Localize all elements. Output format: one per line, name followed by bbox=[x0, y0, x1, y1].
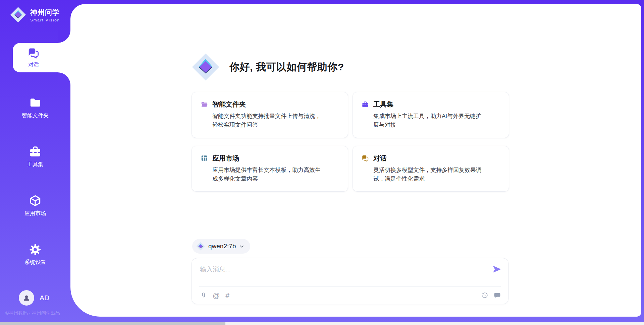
history-icon[interactable] bbox=[481, 292, 488, 299]
scrollbar-thumb[interactable] bbox=[0, 322, 225, 325]
sidebar-item-label: 智能文件夹 bbox=[22, 112, 49, 119]
sidebar-item-app-market[interactable]: 应用市场 bbox=[0, 194, 70, 217]
toolbox-icon bbox=[362, 101, 369, 108]
active-tab-joint-top bbox=[58, 30, 70, 43]
grid-icon bbox=[201, 154, 208, 162]
folder-open-icon bbox=[201, 101, 208, 108]
message-input[interactable] bbox=[200, 264, 482, 274]
model-diamond-icon bbox=[196, 242, 205, 251]
brand-name: 神州问学 bbox=[30, 8, 60, 17]
send-icon[interactable] bbox=[492, 265, 501, 274]
main-panel: 你好, 我可以如何帮助你? 智能文件夹 智能文件夹功能支持批量文件上传与清洗，轻… bbox=[70, 4, 641, 317]
message-composer: @ # bbox=[192, 258, 508, 304]
brand-diamond-icon bbox=[10, 7, 26, 23]
copyright-footer: ©神州数码 · 神州问学出品 bbox=[5, 310, 60, 316]
toolbox-icon bbox=[29, 145, 42, 158]
card-chat[interactable]: 对话 灵活切换多模型文件，支持多样回复效果调试，满足个性化需求 bbox=[353, 146, 509, 192]
model-selector[interactable]: qwen2:7b bbox=[192, 239, 250, 254]
person-icon bbox=[22, 294, 31, 302]
sidebar-item-label: 系统设置 bbox=[24, 259, 46, 266]
card-description: 应用市场提供丰富长文本模板，助力高效生成多样化文章内容 bbox=[212, 166, 323, 184]
chat-bubble-icon[interactable] bbox=[494, 292, 501, 299]
user-initials: AD bbox=[40, 294, 49, 302]
greeting-text: 你好, 我可以如何帮助你? bbox=[229, 60, 344, 74]
chat-icon bbox=[362, 154, 369, 162]
chat-icon bbox=[28, 47, 40, 59]
card-toolset[interactable]: 工具集 集成市场上主流工具，助力AI与外界无缝扩展与对接 bbox=[353, 92, 509, 138]
brand: 神州问学 Smart Vision bbox=[10, 7, 60, 23]
active-tab-joint-bottom bbox=[58, 72, 70, 85]
card-title: 对话 bbox=[373, 154, 387, 163]
sidebar-item-toolset[interactable]: 工具集 bbox=[0, 145, 70, 168]
sidebar-item-label: 工具集 bbox=[27, 161, 43, 168]
card-description: 灵活切换多模型文件，支持多样回复效果调试，满足个性化需求 bbox=[373, 166, 484, 184]
mention-icon[interactable]: @ bbox=[213, 292, 220, 299]
sidebar: 神州问学 Smart Vision 对话 智能文件夹 工具集 应用市场 系统设置 bbox=[0, 0, 70, 322]
greeting-block: 你好, 我可以如何帮助你? bbox=[192, 53, 344, 81]
brand-subtitle: Smart Vision bbox=[30, 18, 60, 22]
horizontal-scrollbar[interactable] bbox=[0, 322, 644, 325]
sidebar-item-settings[interactable]: 系统设置 bbox=[0, 243, 70, 266]
sidebar-item-smart-folder[interactable]: 智能文件夹 bbox=[0, 96, 70, 119]
sidebar-item-label: 对话 bbox=[28, 61, 39, 68]
card-description: 智能文件夹功能支持批量文件上传与清洗，轻松实现文件问答 bbox=[212, 112, 323, 130]
greeting-diamond-icon bbox=[192, 53, 220, 81]
card-title: 应用市场 bbox=[212, 154, 239, 163]
model-name: qwen2:7b bbox=[208, 243, 236, 250]
sidebar-item-label: 应用市场 bbox=[24, 210, 46, 217]
card-description: 集成市场上主流工具，助力AI与外界无缝扩展与对接 bbox=[373, 112, 484, 130]
user-account[interactable]: AD bbox=[19, 290, 49, 306]
hashtag-icon[interactable]: # bbox=[225, 292, 229, 299]
card-app-market[interactable]: 应用市场 应用市场提供丰富长文本模板，助力高效生成多样化文章内容 bbox=[192, 146, 348, 192]
avatar bbox=[19, 290, 34, 306]
attachment-icon[interactable] bbox=[200, 292, 207, 299]
card-smart-folder[interactable]: 智能文件夹 智能文件夹功能支持批量文件上传与清洗，轻松实现文件问答 bbox=[192, 92, 348, 138]
card-title: 工具集 bbox=[373, 100, 393, 109]
sidebar-item-chat[interactable]: 对话 bbox=[13, 43, 70, 72]
chevron-down-icon bbox=[239, 244, 244, 249]
feature-cards: 智能文件夹 智能文件夹功能支持批量文件上传与清洗，轻松实现文件问答 工具集 集成… bbox=[192, 92, 509, 192]
cube-icon bbox=[29, 194, 42, 207]
card-title: 智能文件夹 bbox=[212, 100, 246, 109]
folder-icon bbox=[29, 96, 42, 109]
gear-icon bbox=[29, 243, 42, 256]
